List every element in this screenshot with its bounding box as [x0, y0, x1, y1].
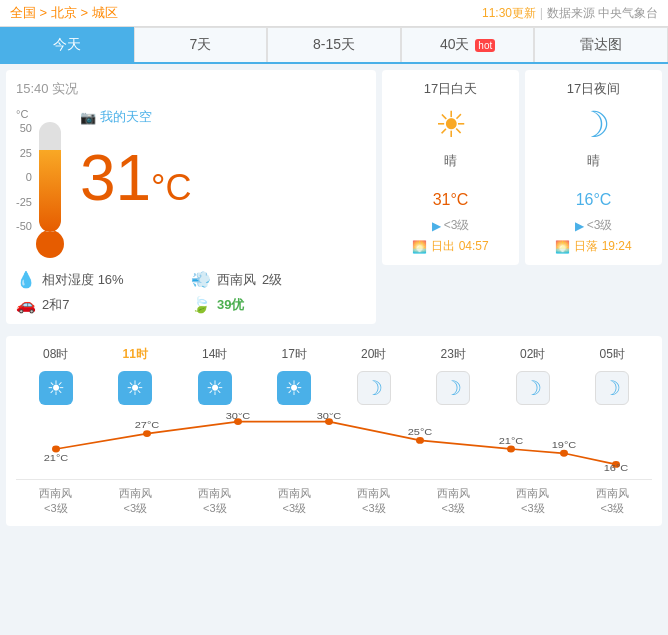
humidity-item: 💧 相对湿度 16%: [16, 270, 191, 289]
update-info: 11:30更新 | 数据来源 中央气象台: [482, 5, 658, 22]
nighttime-wind: ▶ <3级: [535, 217, 652, 234]
thermometer-wrap: °C 50 25 0 -25 -50: [16, 108, 64, 258]
wind-arrow-night-icon: ▶: [575, 219, 584, 233]
thermometer-container: 50 25 0 -25 -50: [16, 122, 64, 258]
temp-label-5: 21°C: [499, 436, 524, 446]
hourly-wind-2: 西南风<3级: [175, 486, 255, 516]
hourly-item-5: 23时: [414, 346, 494, 367]
hourly-section: 08时 11时 14时 17时 20时 23时 02时 05时 ☀ ☀: [6, 336, 662, 526]
hourly-icon-4: ☽: [334, 371, 414, 405]
main-content: 15:40 实况 °C 50 25 0 -25 -50: [0, 64, 668, 330]
sunrise-info: 🌅 日出 04:57: [392, 238, 509, 255]
tab-8-15day[interactable]: 8-15天: [267, 27, 401, 62]
scale-labels: 50 25 0 -25 -50: [16, 122, 32, 232]
hourly-icon-0: ☀: [16, 371, 96, 405]
car-restrict-item: 🚗 2和7: [16, 295, 191, 314]
temp-label-4: 25°C: [408, 427, 433, 437]
top-bar: 全国 > 北京 > 城区 11:30更新 | 数据来源 中央气象台: [0, 0, 668, 27]
nighttime-icon: ☽: [535, 104, 652, 146]
hourly-wind-4: 西南风<3级: [334, 486, 414, 516]
temp-label-2: 30°C: [226, 413, 251, 421]
temp-dot-5: [507, 446, 515, 453]
thermometer-fill: [39, 150, 61, 233]
observation-time: 15:40 实况: [16, 80, 366, 98]
wind-icon: 💨: [191, 270, 211, 289]
temp-label-6: 19°C: [552, 440, 577, 450]
tab-7day[interactable]: 7天: [134, 27, 268, 62]
sky-link[interactable]: 📷 我的天空: [80, 108, 366, 126]
leaf-icon: 🍃: [191, 295, 211, 314]
hourly-item-7: 05时: [573, 346, 653, 367]
temp-label-3: 30°C: [317, 413, 342, 421]
temp-dot-4: [416, 437, 424, 444]
daytime-icon: ☀: [392, 104, 509, 146]
temp-dot-0: [52, 446, 60, 453]
tab-bar: 今天 7天 8-15天 40天 hot 雷达图: [0, 27, 668, 64]
thermometer-bulb: [36, 230, 64, 258]
wind-item: 💨 西南风 2级: [191, 270, 366, 289]
temp-dot-1: [143, 430, 151, 437]
hot-badge: hot: [475, 39, 495, 52]
hourly-icon-5: ☽: [414, 371, 494, 405]
hourly-wind-0: 西南风<3级: [16, 486, 96, 516]
hourly-wind-1: 西南风<3级: [96, 486, 176, 516]
breadcrumb: 全国 > 北京 > 城区: [10, 4, 118, 22]
hourly-item-0: 08时: [16, 346, 96, 367]
humidity-icon: 💧: [16, 270, 36, 289]
nighttime-card: 17日夜间 ☽ 晴 16°C ▶ <3级 🌅 日落 19:24: [525, 70, 662, 265]
temp-main: 📷 我的天空 31°C: [80, 108, 366, 210]
temp-chart: 21°C 27°C 30°C 30°C 25°C 21°C 19°C 16°C: [16, 413, 652, 473]
wind-arrow-icon: ▶: [432, 219, 441, 233]
thermometer-body: [36, 122, 64, 258]
hourly-item-6: 02时: [493, 346, 573, 367]
tab-radar[interactable]: 雷达图: [534, 27, 668, 62]
hourly-icon-1: ☀: [96, 371, 176, 405]
sunset-info: 🌅 日落 19:24: [535, 238, 652, 255]
nighttime-temp: 16°C: [535, 176, 652, 213]
hourly-time-row: 08时 11时 14时 17时 20时 23时 02时 05时: [16, 346, 652, 367]
left-panel: 15:40 实况 °C 50 25 0 -25 -50: [6, 70, 376, 324]
hourly-wind-3: 西南风<3级: [255, 486, 335, 516]
hourly-wind-7: 西南风<3级: [573, 486, 653, 516]
thermometer-tube: [39, 122, 61, 232]
hourly-icon-3: ☀: [255, 371, 335, 405]
daytime-card: 17日白天 ☀ 晴 31°C ▶ <3级 🌅 日出 04:57: [382, 70, 519, 265]
aqi-item: 🍃 39优: [191, 295, 366, 314]
daytime-wind: ▶ <3级: [392, 217, 509, 234]
hourly-item-3: 17时: [255, 346, 335, 367]
current-temp: 31°C: [80, 146, 366, 210]
daytime-temp: 31°C: [392, 176, 509, 213]
tab-40day[interactable]: 40天 hot: [401, 27, 535, 62]
tab-today[interactable]: 今天: [0, 27, 134, 62]
sunset-icon: 🌅: [555, 240, 570, 254]
temp-label-1: 27°C: [135, 420, 160, 430]
temp-section: °C 50 25 0 -25 -50: [16, 108, 366, 258]
hourly-wind-row: 西南风<3级 西南风<3级 西南风<3级 西南风<3级 西南风<3级 西南风<3…: [16, 486, 652, 516]
weather-details: 💧 相对湿度 16% 💨 西南风 2级 🚗 2和7 🍃 39优: [16, 270, 366, 314]
temp-label-0: 21°C: [44, 453, 69, 463]
temp-label-7: 16°C: [604, 463, 629, 473]
hourly-icon-row: ☀ ☀ ☀ ☀ ☽ ☽ ☽ ☽: [16, 371, 652, 405]
temp-chart-svg: 21°C 27°C 30°C 30°C 25°C 21°C 19°C 16°C: [16, 413, 652, 473]
car-icon: 🚗: [16, 295, 36, 314]
sunrise-icon: 🌅: [412, 240, 427, 254]
hourly-icon-2: ☀: [175, 371, 255, 405]
day-panel: 17日白天 ☀ 晴 31°C ▶ <3级 🌅 日出 04:57 17日夜间 ☽: [382, 70, 662, 265]
hourly-item-2: 14时: [175, 346, 255, 367]
hourly-item-4: 20时: [334, 346, 414, 367]
hourly-icon-6: ☽: [493, 371, 573, 405]
hourly-icon-7: ☽: [573, 371, 653, 405]
hourly-wind-5: 西南风<3级: [414, 486, 494, 516]
divider: [16, 479, 652, 480]
hourly-item-1: 11时: [96, 346, 176, 367]
temp-dot-6: [560, 450, 568, 457]
hourly-wind-6: 西南风<3级: [493, 486, 573, 516]
right-panels: 17日白天 ☀ 晴 31°C ▶ <3级 🌅 日出 04:57 17日夜间 ☽: [382, 70, 662, 324]
